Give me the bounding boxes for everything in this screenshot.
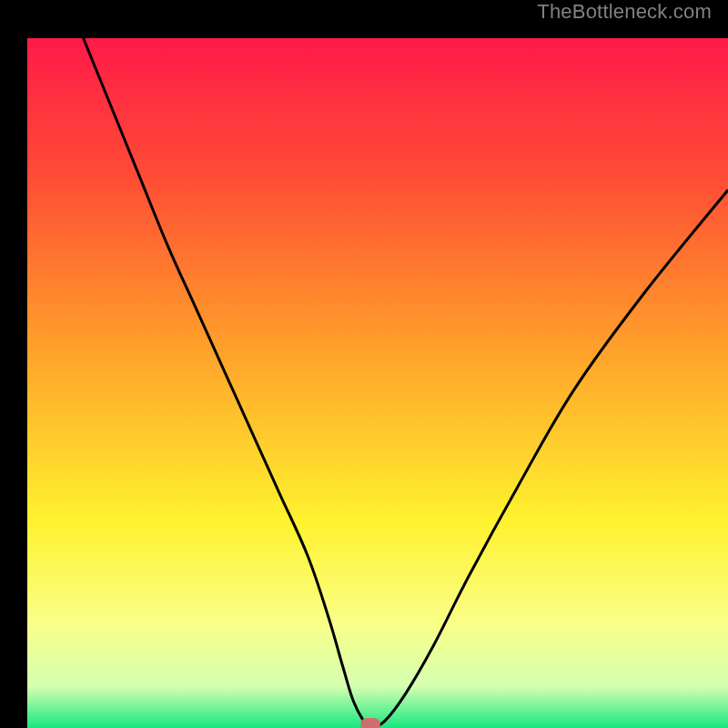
optimal-point-marker [360, 718, 380, 728]
chart-frame [14, 14, 714, 714]
watermark-text: TheBottleneck.com [537, 0, 712, 24]
plot-area [27, 38, 728, 728]
bottleneck-curve [27, 38, 728, 728]
